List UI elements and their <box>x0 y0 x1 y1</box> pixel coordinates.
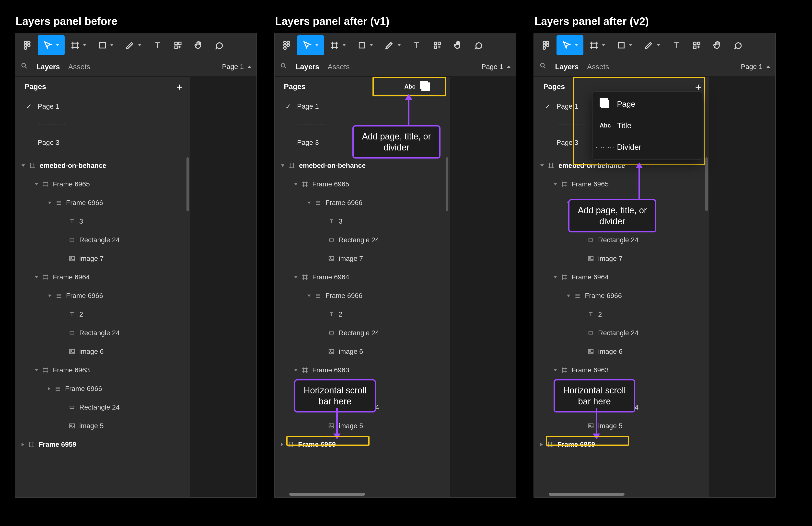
svg-rect-27 <box>434 46 437 48</box>
layer-row[interactable]: Rectangle 24 <box>534 231 709 249</box>
pen-tool-button[interactable] <box>379 35 406 55</box>
layer-row[interactable]: Frame 6965 <box>534 175 709 193</box>
svg-rect-16 <box>70 406 74 409</box>
layer-row[interactable]: image 5 <box>534 417 709 435</box>
comment-tool-button[interactable] <box>209 35 229 55</box>
canvas[interactable] <box>450 76 516 497</box>
layer-row[interactable]: image 6 <box>15 342 190 361</box>
layer-row[interactable]: Frame 6964 <box>15 268 190 287</box>
layers-scroll[interactable]: emebed-on-behanceFrame 6965Frame 69663Re… <box>15 155 190 497</box>
layer-row[interactable]: Frame 6964 <box>534 268 709 287</box>
menu-item-divider[interactable]: ········Divider <box>593 136 701 158</box>
layer-row[interactable]: Rectangle 24 <box>15 398 190 417</box>
frame-tool-button[interactable] <box>324 35 351 55</box>
layer-row[interactable]: 2 <box>275 305 450 324</box>
tab-assets[interactable]: Assets <box>68 63 90 71</box>
tab-layers[interactable]: Layers <box>555 63 579 71</box>
layer-row[interactable]: image 6 <box>534 342 709 361</box>
layer-row[interactable]: Frame 6963 <box>275 361 450 379</box>
move-tool-button[interactable] <box>38 35 64 55</box>
resources-button[interactable] <box>687 35 707 55</box>
figma-menu-button[interactable] <box>536 35 556 55</box>
text-tool-button[interactable] <box>147 35 168 55</box>
horizontal-scrollbar[interactable] <box>289 493 365 496</box>
resources-button[interactable] <box>427 35 447 55</box>
layer-row[interactable]: Frame 6966 <box>15 287 190 305</box>
page-picker[interactable]: Page 1 <box>741 63 770 71</box>
layer-row[interactable]: image 5 <box>15 417 190 435</box>
layer-label: 3 <box>339 218 343 225</box>
layer-row[interactable]: Rectangle 24 <box>534 324 709 342</box>
layer-row[interactable]: emebed-on-behance <box>275 156 450 175</box>
layer-row[interactable]: Frame 6965 <box>275 175 450 193</box>
tab-layers[interactable]: Layers <box>295 63 319 71</box>
layer-row[interactable]: Frame 6965 <box>15 175 190 193</box>
layer-row[interactable]: Frame 6966 <box>275 287 450 305</box>
layer-row[interactable]: Frame 6966 <box>534 287 709 305</box>
figma-menu-button[interactable] <box>277 35 296 55</box>
text-tool-button[interactable] <box>666 35 686 55</box>
layer-row[interactable]: Frame 6966 <box>15 193 190 212</box>
vertical-scrollbar[interactable] <box>446 157 448 211</box>
hand-tool-button[interactable] <box>448 35 468 55</box>
hand-tool-button[interactable] <box>188 35 208 55</box>
hand-tool-button[interactable] <box>707 35 727 55</box>
shape-tool-button[interactable] <box>352 35 379 55</box>
layer-row[interactable]: Frame 6966 <box>15 379 190 398</box>
layer-row[interactable]: image 6 <box>275 342 450 361</box>
figma-menu-button[interactable] <box>17 35 37 55</box>
layer-row[interactable]: emebed-on-behance <box>15 156 190 175</box>
menu-item-page[interactable]: Page <box>593 93 701 115</box>
page-item[interactable]: ✓Page 1 <box>15 97 190 116</box>
layer-row[interactable]: 2 <box>534 305 709 324</box>
pen-tool-button[interactable] <box>120 35 147 55</box>
add-page-button[interactable]: ＋ <box>175 82 184 91</box>
page-picker[interactable]: Page 1 <box>481 63 510 71</box>
tab-assets[interactable]: Assets <box>587 63 609 71</box>
layer-row[interactable]: 3 <box>15 212 190 231</box>
vertical-scrollbar[interactable] <box>187 157 189 211</box>
horizontal-scrollbar[interactable] <box>549 493 625 496</box>
layer-row[interactable]: image 7 <box>275 249 450 268</box>
search-icon[interactable] <box>20 62 28 71</box>
canvas[interactable] <box>190 76 257 497</box>
layer-row[interactable]: image 7 <box>534 249 709 268</box>
search-icon[interactable] <box>280 62 287 71</box>
move-tool-button[interactable] <box>556 35 583 55</box>
tab-layers[interactable]: Layers <box>36 63 60 71</box>
page-picker[interactable]: Page 1 <box>222 63 251 71</box>
layer-row[interactable]: Rectangle 24 <box>15 231 190 249</box>
comment-tool-button[interactable] <box>728 35 748 55</box>
menu-item-title[interactable]: AbcTitle <box>593 115 701 136</box>
frame-tool-button[interactable] <box>65 35 92 55</box>
layer-row[interactable]: 3 <box>275 212 450 231</box>
canvas[interactable] <box>709 76 775 497</box>
vertical-scrollbar[interactable] <box>705 157 708 211</box>
page-item[interactable]: ✓Page 1 <box>275 97 450 116</box>
layers-scroll[interactable]: emebed-on-behanceFrame 6965Frame 69663Re… <box>275 155 450 497</box>
layer-row[interactable]: Rectangle 24 <box>275 324 450 342</box>
search-icon[interactable] <box>539 62 547 71</box>
resources-button[interactable] <box>168 35 188 55</box>
shape-tool-button[interactable] <box>92 35 119 55</box>
shape-tool-button[interactable] <box>611 35 638 55</box>
layer-row[interactable]: Rectangle 24 <box>15 324 190 342</box>
layer-row[interactable]: Frame 6959 <box>15 435 190 454</box>
layer-row[interactable]: Frame 6966 <box>275 193 450 212</box>
layer-row[interactable]: image 5 <box>275 417 450 435</box>
move-tool-button[interactable] <box>297 35 324 55</box>
svg-rect-33 <box>329 349 334 353</box>
page-item[interactable]: Page 3 <box>15 134 190 152</box>
layer-row[interactable]: Frame 6964 <box>275 268 450 287</box>
pen-tool-button[interactable] <box>639 35 666 55</box>
layer-row[interactable]: Rectangle 24 <box>275 231 450 249</box>
layer-row[interactable]: 2 <box>15 305 190 324</box>
layer-row[interactable]: Frame 6963 <box>15 361 190 379</box>
layer-row[interactable]: Frame 6963 <box>534 361 709 379</box>
layer-row[interactable]: image 7 <box>15 249 190 268</box>
comment-tool-button[interactable] <box>468 35 489 55</box>
page-item[interactable]: --------- <box>15 116 190 134</box>
tab-assets[interactable]: Assets <box>328 63 350 71</box>
frame-tool-button[interactable] <box>584 35 611 55</box>
text-tool-button[interactable] <box>407 35 427 55</box>
